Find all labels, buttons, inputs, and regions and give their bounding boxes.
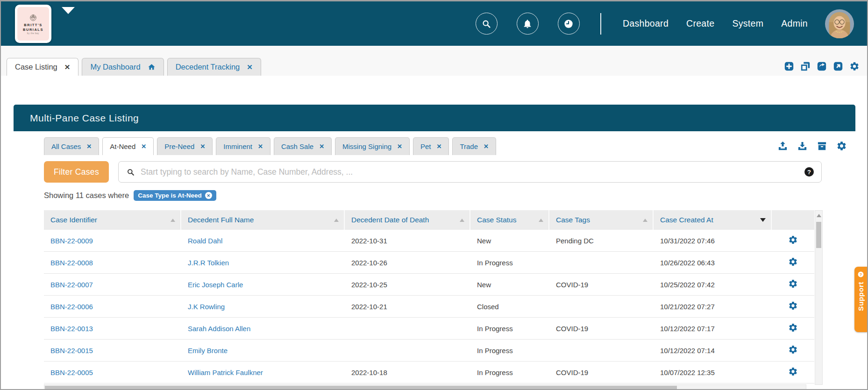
case-tab-label: All Cases (51, 142, 81, 150)
row-settings-gear-icon[interactable] (788, 301, 798, 311)
multi-pane-case-listing-panel: Multi-Pane Case Listing All Cases ✕ At-N… (14, 105, 855, 390)
sort-asc-icon[interactable] (539, 219, 543, 222)
horizontal-scrollbar-thumb[interactable] (45, 386, 677, 390)
nav-create[interactable]: Create (686, 18, 714, 29)
date-of-death-cell: 2022-10-26 (345, 259, 470, 267)
row-settings-gear-icon[interactable] (788, 367, 798, 376)
case-tab-cash-sale[interactable]: Cash Sale ✕ (274, 137, 332, 155)
row-settings-gear-icon[interactable] (788, 323, 798, 333)
close-icon[interactable]: ✕ (258, 143, 263, 150)
close-icon[interactable]: ✕ (437, 143, 442, 150)
sort-asc-icon[interactable] (334, 219, 339, 222)
close-icon[interactable]: ✕ (319, 143, 324, 150)
sort-asc-icon[interactable] (460, 219, 464, 222)
sort-asc-icon[interactable] (171, 219, 175, 222)
nav-dashboard[interactable]: Dashboard (623, 18, 669, 29)
workspace-tab-my-dashboard[interactable]: My Dashboard (82, 58, 164, 76)
location-dropdown-caret-icon[interactable] (62, 7, 75, 14)
workspace-tab-case-listing[interactable]: Case Listing ✕ (7, 58, 78, 76)
case-tab-pre-need[interactable]: Pre-Need ✕ (157, 137, 213, 155)
download-icon[interactable] (797, 141, 808, 151)
panel-header: Multi-Pane Case Listing (14, 105, 855, 131)
duplicate-pane-icon[interactable] (800, 61, 811, 71)
case-tab-pet[interactable]: Pet ✕ (413, 137, 449, 155)
support-tab[interactable]: Support (854, 267, 867, 332)
avatar-photo (825, 9, 854, 38)
case-tabs: All Cases ✕ At-Need ✕ Pre-Need ✕ Imminen… (44, 137, 496, 155)
decedent-name-link[interactable]: Eric Joseph Carle (188, 281, 243, 289)
row-settings-gear-icon[interactable] (788, 235, 798, 245)
close-icon[interactable]: ✕ (247, 63, 253, 71)
active-filter-badge[interactable]: Case Type is At-Need ✕ (134, 190, 216, 201)
close-icon[interactable]: ✕ (86, 143, 92, 150)
case-tab-trade[interactable]: Trade ✕ (452, 137, 496, 155)
column-header-decedent-full-name[interactable]: Decedent Full Name (181, 210, 345, 230)
company-logo[interactable]: BRITT'S BURIALS by the bay (15, 5, 51, 43)
user-avatar[interactable] (825, 9, 854, 38)
vertical-scrollbar[interactable] (815, 210, 823, 385)
column-header-case-status[interactable]: Case Status (470, 210, 549, 230)
sort-asc-icon[interactable] (643, 219, 647, 222)
recent-history-button[interactable] (558, 13, 580, 35)
date-of-death-cell: 2022-10-31 (345, 237, 470, 245)
column-header-case-tags[interactable]: Case Tags (549, 210, 654, 230)
logo-line1: BRITT'S (24, 23, 42, 27)
nav-admin[interactable]: Admin (781, 18, 808, 29)
decedent-name-link[interactable]: J.R.R Tolkien (188, 259, 229, 267)
close-icon[interactable]: ✕ (484, 143, 489, 150)
decedent-name-link[interactable]: Emily Bronte (188, 347, 228, 355)
pane-settings-gear-icon[interactable] (836, 141, 847, 151)
case-tab-all-cases[interactable]: All Cases ✕ (44, 137, 99, 155)
case-created-cell: 10/12/2022 07:17 (654, 325, 772, 333)
search-box: ? (118, 161, 822, 183)
table-row: BBN-22-0015 Emily Bronte In Progress 10/… (44, 340, 814, 362)
remove-filter-icon[interactable]: ✕ (205, 192, 212, 199)
horizontal-scrollbar[interactable] (44, 384, 806, 390)
share-pane-icon[interactable] (817, 61, 827, 71)
case-created-cell: 10/21/2022 07:27 (654, 303, 772, 311)
search-help-icon[interactable]: ? (804, 167, 814, 177)
decedent-name-link[interactable]: Roald Dahl (188, 237, 222, 245)
close-icon[interactable]: ✕ (397, 143, 402, 150)
case-identifier-link[interactable]: BBN-22-0013 (50, 325, 93, 333)
open-external-icon[interactable] (833, 61, 843, 71)
case-identifier-link[interactable]: BBN-22-0008 (50, 259, 93, 267)
column-header-case-identifier[interactable]: Case Identifier (44, 210, 181, 230)
case-tab-label: Trade (460, 142, 478, 150)
column-header-case-created-at[interactable]: Case Created At (654, 210, 772, 230)
case-identifier-link[interactable]: BBN-22-0007 (50, 281, 93, 289)
row-settings-gear-icon[interactable] (788, 257, 798, 267)
row-settings-gear-icon[interactable] (788, 345, 798, 355)
case-tab-at-need[interactable]: At-Need ✕ (102, 137, 154, 155)
scroll-up-arrow-icon[interactable] (817, 214, 821, 217)
row-settings-gear-icon[interactable] (788, 279, 798, 289)
case-identifier-link[interactable]: BBN-22-0006 (50, 303, 93, 311)
nav-system[interactable]: System (732, 18, 763, 29)
close-icon[interactable]: ✕ (64, 63, 71, 71)
workspace-settings-gear-icon[interactable] (849, 61, 860, 71)
column-header-decedent-date-of-death[interactable]: Decedent Date of Death (345, 210, 470, 230)
close-icon[interactable]: ✕ (200, 143, 205, 150)
filter-row: Filter Cases ? (44, 161, 822, 183)
case-identifier-link[interactable]: BBN-22-0009 (50, 237, 93, 245)
case-tab-label: At-Need (110, 142, 135, 150)
case-tab-missing-signing[interactable]: Missing Signing ✕ (335, 137, 410, 155)
search-button[interactable] (476, 13, 498, 35)
notifications-button[interactable] (517, 13, 539, 35)
decedent-name-link[interactable]: William Patrick Faulkner (188, 369, 263, 376)
case-identifier-link[interactable]: BBN-22-0005 (50, 369, 93, 376)
decedent-name-link[interactable]: Sarah Addison Allen (188, 325, 250, 333)
archive-icon[interactable] (817, 141, 827, 151)
sort-desc-icon[interactable] (760, 218, 766, 222)
table-row: BBN-22-0006 J.K Rowling 2022-10-21 Close… (44, 296, 814, 318)
case-identifier-link[interactable]: BBN-22-0015 (50, 347, 93, 355)
vertical-scrollbar-thumb[interactable] (816, 222, 821, 248)
workspace-tab-decedent-tracking[interactable]: Decedent Tracking ✕ (167, 58, 261, 76)
case-tab-imminent[interactable]: Imminent ✕ (216, 137, 270, 155)
add-pane-icon[interactable] (784, 61, 794, 71)
case-search-input[interactable] (141, 167, 799, 177)
close-icon[interactable]: ✕ (141, 143, 146, 150)
filter-cases-button[interactable]: Filter Cases (44, 161, 109, 183)
decedent-name-link[interactable]: J.K Rowling (188, 303, 225, 311)
upload-icon[interactable] (777, 141, 788, 151)
